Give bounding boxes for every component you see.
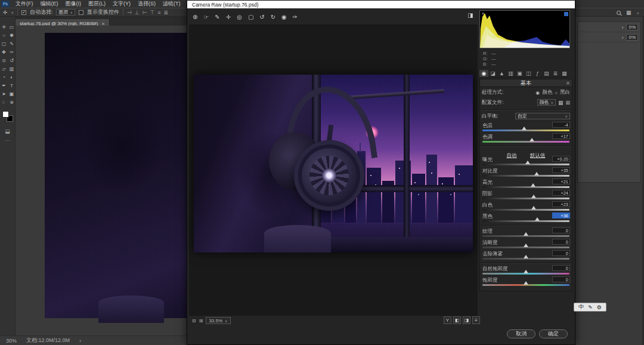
auto-select-dropdown[interactable]: 图层 ∨ xyxy=(56,9,75,16)
search-icon[interactable] xyxy=(617,11,621,15)
slider-thumb[interactable] xyxy=(524,244,528,247)
tool-button[interactable]: ✚ xyxy=(0,48,8,56)
zoom-out-icon[interactable]: ⊟ xyxy=(192,318,196,324)
tool-button[interactable]: T xyxy=(8,81,16,90)
tool-preset-chevron-icon[interactable]: ∨ xyxy=(11,10,14,14)
tool-button[interactable]: ○ xyxy=(0,31,8,39)
slider-value[interactable]: 0 xyxy=(552,250,570,256)
camera-raw-tool-icon[interactable]: ◉ xyxy=(281,14,287,20)
highlight-clipping-icon[interactable] xyxy=(564,12,568,16)
camera-raw-tool-icon[interactable]: ✎ xyxy=(215,14,219,20)
slider-track[interactable] xyxy=(482,209,569,211)
slider-thumb[interactable] xyxy=(534,172,539,175)
profile-grid-icon[interactable]: ▦ xyxy=(558,100,564,106)
color-radio[interactable]: ◉ xyxy=(535,90,540,96)
slider-thumb[interactable] xyxy=(535,217,540,221)
panel-toggle-icon[interactable]: ◨ xyxy=(467,12,473,19)
more-tools-icon[interactable]: … xyxy=(0,135,15,143)
bw-radio[interactable]: ○ xyxy=(555,90,558,96)
tool-button[interactable]: ✒ xyxy=(0,81,8,90)
tool-button[interactable]: ✱ xyxy=(8,31,16,39)
align-icon[interactable]: ≡ xyxy=(157,10,160,16)
slider-value[interactable]: 0 xyxy=(552,276,570,282)
document-canvas[interactable] xyxy=(16,26,187,335)
auto-select-checkbox[interactable]: ✓ xyxy=(21,10,26,15)
chevron-down-icon[interactable]: ∨ xyxy=(621,25,624,29)
zoom-level-dropdown[interactable]: 33.5% ∨ xyxy=(206,317,230,324)
opacity-dropdown[interactable]: 0% xyxy=(626,34,638,41)
adjustment-tab-icon[interactable]: ≣ xyxy=(551,70,560,78)
slider-track[interactable] xyxy=(482,235,569,237)
camera-raw-tool-icon[interactable]: ✑ xyxy=(293,14,298,20)
preview-area[interactable] xyxy=(189,24,478,316)
tool-button[interactable]: ➤ xyxy=(0,90,8,98)
adjustment-tab-icon[interactable]: ▣ xyxy=(515,70,524,78)
tool-button[interactable]: ⊕ xyxy=(8,98,16,106)
preview-view-icon[interactable]: ≡ xyxy=(472,316,480,324)
tool-button[interactable]: ▣ xyxy=(8,90,16,98)
foreground-color-swatch[interactable] xyxy=(2,111,9,118)
color-swatches[interactable] xyxy=(2,111,13,122)
cancel-button[interactable]: 取消 xyxy=(507,329,535,338)
panel-menu-icon[interactable]: ≡ xyxy=(566,79,569,87)
slider-value[interactable]: -4 xyxy=(552,122,570,128)
slider-track[interactable] xyxy=(482,164,569,165)
menu-item[interactable]: 文件(F) xyxy=(12,0,37,8)
zoom-in-icon[interactable]: ⊞ xyxy=(199,318,203,324)
preview-view-icon[interactable]: Y xyxy=(444,316,451,324)
adjustment-tab-icon[interactable]: ▦ xyxy=(560,70,569,78)
tool-button[interactable]: ◐ xyxy=(8,73,16,81)
ok-button[interactable]: 确定 xyxy=(539,329,568,338)
profile-dropdown[interactable]: 颜色 ∨ xyxy=(537,99,556,106)
dialog-title-bar[interactable]: Camera Raw (startup.76.psd) xyxy=(187,1,575,8)
slider-track[interactable] xyxy=(482,273,569,275)
slider-value[interactable]: +23 xyxy=(552,201,570,207)
adjustment-tab-icon[interactable]: ◉ xyxy=(479,70,488,78)
slider-thumb[interactable] xyxy=(524,255,528,258)
shadow-clipping-icon[interactable]: ▲ xyxy=(481,11,485,15)
align-icon[interactable]: ≣ xyxy=(164,10,169,16)
slider-track[interactable] xyxy=(482,141,569,143)
opacity-dropdown[interactable]: 0% xyxy=(626,24,638,30)
tool-button[interactable]: ✛ xyxy=(0,23,8,31)
tool-button[interactable]: ⊙ xyxy=(0,56,8,64)
slider-track[interactable] xyxy=(482,175,569,177)
slider-track[interactable] xyxy=(482,258,569,260)
ime-icon[interactable]: 中 xyxy=(578,303,584,311)
white-balance-dropdown[interactable]: 自定 ∨ xyxy=(515,113,570,119)
workspace-icon[interactable]: ▦ xyxy=(626,10,631,16)
ime-icon[interactable]: ⚙ xyxy=(597,304,602,310)
slider-value[interactable]: +36 xyxy=(552,212,570,218)
chevron-down-icon[interactable]: ∨ xyxy=(637,11,639,15)
align-icon[interactable]: ⊣ xyxy=(127,10,132,16)
menu-item[interactable]: 选择(S) xyxy=(134,0,159,8)
color-radio-label[interactable]: 颜色 xyxy=(542,89,552,96)
histogram[interactable]: ▲ xyxy=(479,10,570,48)
align-icon[interactable]: ⊢ xyxy=(143,10,147,16)
slider-value[interactable]: +0.20 xyxy=(552,156,570,162)
slider-track[interactable] xyxy=(482,220,569,222)
adjustment-tab-icon[interactable]: ▥ xyxy=(506,70,515,78)
adjustment-tab-icon[interactable]: ◫ xyxy=(524,70,533,78)
slider-value[interactable]: +21 xyxy=(552,178,570,184)
slider-thumb[interactable] xyxy=(530,138,534,141)
adjustment-tab-icon[interactable]: ▤ xyxy=(542,70,551,78)
preview-view-icon[interactable]: ◧ xyxy=(453,316,461,324)
tool-button[interactable]: ✎ xyxy=(8,39,16,48)
tool-button[interactable]: ◔ xyxy=(0,73,8,81)
camera-raw-tool-icon[interactable]: ↺ xyxy=(259,14,264,20)
adjustment-tab-icon[interactable]: ƒ xyxy=(533,70,542,78)
zoom-level[interactable]: 30% xyxy=(6,338,17,344)
slider-thumb[interactable] xyxy=(524,270,528,273)
slider-thumb[interactable] xyxy=(525,161,530,164)
align-icon[interactable]: ⊤ xyxy=(150,10,154,16)
slider-thumb[interactable] xyxy=(531,183,535,187)
slider-thumb[interactable] xyxy=(531,206,536,210)
align-icon[interactable]: ⊥ xyxy=(135,10,140,16)
slider-value[interactable]: 0 xyxy=(552,239,570,245)
camera-raw-tool-icon[interactable]: ▢ xyxy=(248,14,253,20)
profile-browse-icon[interactable]: ⊞ xyxy=(565,100,570,106)
camera-raw-tool-icon[interactable]: ◎ xyxy=(237,14,242,20)
slider-value[interactable]: +24 xyxy=(552,190,570,196)
slider-value[interactable]: +35 xyxy=(552,167,570,173)
